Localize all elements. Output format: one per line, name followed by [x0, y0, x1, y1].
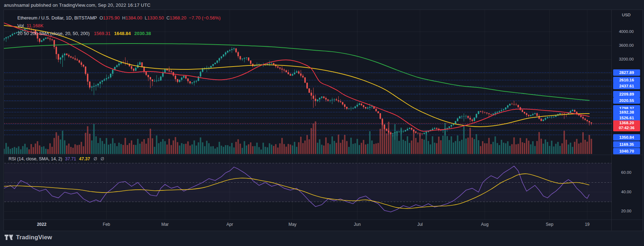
time-axis[interactable]: 2022FebMarAprMayJunJulAugSep19	[4, 219, 611, 230]
time-tick-Aug: Aug	[481, 222, 488, 227]
rsi-value: 37.71	[65, 156, 76, 161]
close-label: C	[166, 15, 170, 21]
sma-label: 20 50 200 SMA (close, 20, 50, 200)	[17, 31, 90, 36]
time-tick-2022: 2022	[37, 222, 46, 227]
chart-frame: Ethereum / U.S. Dollar, 1D, BITSTAMPO137…	[4, 10, 643, 231]
time-tick-Sep: Sep	[546, 222, 553, 227]
high-label: H	[122, 15, 126, 21]
price-axis[interactable]: USD 4000.003600.003200.002827.892610.162…	[611, 10, 643, 230]
pane-separator[interactable]	[4, 155, 643, 155]
time-tick-Jul: Jul	[417, 222, 423, 227]
time-tick-Apr: Apr	[227, 222, 233, 227]
volume-value: 11.168K	[27, 23, 43, 28]
low-value: 1330.50	[147, 15, 164, 21]
price-tick-3200.00: 3200.00	[612, 57, 641, 61]
rsi-legend-title: RSI (14, close, SMA, 14, 2)	[9, 156, 62, 161]
time-tick-Mar: Mar	[161, 222, 169, 227]
close-value: 1368.20	[170, 15, 187, 21]
symbol-legend-row[interactable]: Ethereum / U.S. Dollar, 1D, BITSTAMPO137…	[17, 15, 221, 23]
high-value: 1384.00	[126, 15, 142, 21]
symbol-title: Ethereum / U.S. Dollar, 1D, BITSTAMP	[17, 15, 97, 21]
price-level-badge-2209.89: 2209.89	[613, 91, 640, 97]
price-level-badge-2020.55: 2020.55	[613, 97, 640, 104]
rsi-tick-20.00: 20.00	[612, 209, 641, 213]
rsi-tick-60.00: 60.00	[612, 170, 641, 175]
volume-label: Vol	[17, 23, 24, 28]
bar-countdown: 07:42:36	[613, 126, 640, 130]
rsi-sma-value: 47.37	[79, 156, 90, 161]
sma20-value: 1569.31	[94, 31, 111, 36]
rsi-legend[interactable]: RSI (14, close, SMA, 14, 2)37.7147.37ØØ	[9, 156, 104, 161]
price-level-badge-2437.61: 2437.61	[613, 83, 640, 89]
time-axis-separator	[4, 219, 643, 220]
open-value: 1375.90	[103, 15, 120, 21]
chart-canvas[interactable]	[4, 10, 611, 230]
main-legend: Ethereum / U.S. Dollar, 1D, BITSTAMPO137…	[17, 15, 221, 39]
sma-legend-row[interactable]: 20 50 200 SMA (close, 20, 50, 200)1569.3…	[17, 31, 221, 39]
tradingview-logo-icon	[5, 235, 13, 240]
rsi-band-value-2: Ø	[101, 156, 104, 161]
current-price-badge: 1368.2007:42:36	[613, 120, 640, 131]
price-axis-unit: USD	[612, 13, 641, 17]
volume-legend-row[interactable]: Vol11.168K	[17, 23, 221, 31]
price-level-badge-1692.38: 1692.38	[613, 109, 640, 115]
change-value: −7.70 (−0.56%)	[189, 15, 221, 21]
time-tick-Jun: Jun	[354, 222, 361, 227]
time-tick-Feb: Feb	[103, 222, 110, 227]
price-tick-4000.00: 4000.00	[612, 29, 641, 34]
price-level-badge-1350.84: 1350.84	[613, 134, 640, 141]
rsi-band-value-1: Ø	[94, 156, 97, 161]
time-tick-19: 19	[585, 222, 589, 227]
rsi-tick-40.00: 40.00	[612, 190, 641, 194]
sma200-value: 2030.38	[134, 31, 151, 36]
tradingview-branding[interactable]: TradingView	[5, 234, 52, 241]
price-tick-3600.00: 3600.00	[612, 43, 641, 47]
open-label: O	[99, 15, 103, 21]
attribution-text: anushsamal published on TradingView.com,…	[4, 2, 150, 8]
tradingview-logo-text: TradingView	[16, 234, 52, 241]
price-level-badge-2827.89: 2827.89	[613, 69, 640, 76]
sma50-value: 1648.84	[114, 31, 131, 36]
price-level-badge-1169.35: 1169.35	[613, 141, 640, 148]
time-tick-May: May	[288, 222, 296, 227]
price-level-badge-2610.16: 2610.16	[613, 77, 640, 83]
price-level-badge-1040.70: 1040.70	[613, 148, 640, 154]
